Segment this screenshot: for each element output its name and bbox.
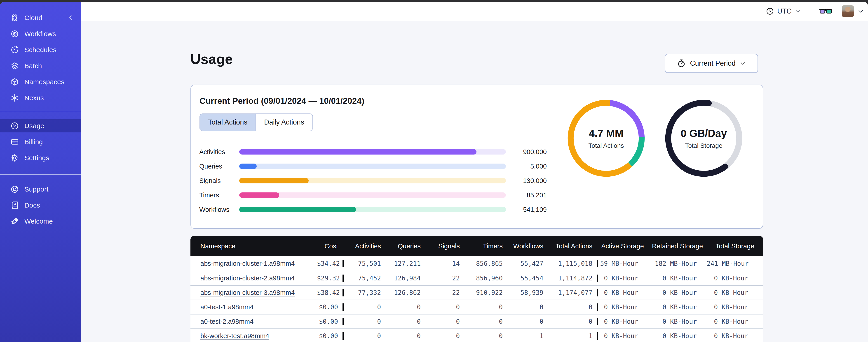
sidebar-divider (0, 174, 81, 175)
table-cell: 910,922 (464, 289, 507, 297)
sidebar-item-label: Schedules (24, 46, 57, 54)
main-area: UTC Usage Current Period (81, 2, 868, 342)
feedback-glasses-icon[interactable] (819, 6, 832, 16)
bar-row-activities: Activities 900,000 (191, 145, 552, 159)
sidebar-item-schedules[interactable]: Schedules (0, 43, 81, 57)
table-cell: 1,114,872 (548, 275, 597, 282)
usage-card: Current Period (09/01/2024 — 10/01/2024)… (190, 84, 763, 229)
namespace-link[interactable]: a0-test-1.a98mm4 (200, 303, 253, 311)
tab-daily-actions[interactable]: Daily Actions (256, 114, 312, 131)
sidebar-item-support[interactable]: Support (0, 183, 81, 196)
sidebar-item-label: Usage (24, 122, 44, 130)
namespace-usage-table: Namespace Cost Activities Queries Signal… (190, 236, 763, 342)
table-cell: $0.00 (317, 303, 342, 311)
table-cell: 0 (507, 318, 548, 325)
sidebar-item-label: Support (24, 185, 48, 193)
table-cell: 0 (425, 303, 464, 311)
namespace-link[interactable]: abs-migration-cluster-1.a98mm4 (200, 260, 294, 267)
column-header-cost: Cost (317, 242, 342, 250)
sidebar-item-docs[interactable]: Docs (0, 199, 81, 212)
bar-row-workflows: Workflows 541,109 (191, 202, 552, 217)
table-cell: $34.42 (317, 260, 342, 267)
table-cell: 0 KB-Hour (707, 289, 763, 297)
sidebar-item-usage[interactable]: Usage (0, 119, 81, 132)
table-row: bk-worker-test.a98mm4$0.000000110 KB-Hou… (190, 329, 763, 342)
nexus-icon (10, 94, 19, 102)
table-cell: 0 (342, 332, 385, 340)
table-cell: 0 KB-Hour (648, 275, 707, 282)
user-avatar[interactable] (842, 5, 854, 18)
table-cell: 0 KB-Hour (707, 332, 763, 340)
period-button-label: Current Period (690, 59, 736, 67)
total-actions-donut: 4.7 MM Total Actions (565, 97, 647, 179)
column-header-queries: Queries (385, 242, 425, 250)
table-cell: 58,939 (507, 289, 548, 297)
donut-value: 0 GB/Day (681, 127, 727, 139)
table-cell: 0 (342, 303, 385, 311)
sidebar-collapse-icon[interactable] (67, 14, 74, 21)
bar-fill (239, 164, 257, 169)
total-storage-donut: 0 GB/Day Total Storage (663, 97, 745, 179)
sidebar-brand-cloud[interactable]: Cloud (0, 11, 81, 24)
table-cell: 0 (464, 318, 507, 325)
column-header-activities: Activities (342, 242, 385, 250)
bar-label: Activities (199, 148, 225, 156)
settings-gear-icon (10, 153, 19, 162)
bar-value: 5,000 (510, 163, 547, 170)
table-cell: 126,984 (385, 275, 425, 282)
column-header-active-storage: Active Storage (597, 242, 648, 250)
namespaces-icon (10, 78, 19, 86)
column-header-retained-storage: Retained Storage (648, 242, 707, 250)
sidebar: Cloud Workflows Schedules (0, 2, 81, 342)
sidebar-item-label: Workflows (24, 30, 56, 38)
table-cell: 856,865 (464, 260, 507, 267)
sidebar-item-label: Billing (24, 138, 43, 146)
donut-sublabel: Total Actions (588, 142, 624, 149)
table-cell: 0 KB-Hour (597, 318, 648, 325)
namespace-link[interactable]: abs-migration-cluster-2.a98mm4 (200, 275, 294, 282)
actions-bar-chart: Activities 900,000 Queries 5,000 Signals… (191, 145, 552, 217)
period-dropdown-button[interactable]: Current Period (665, 54, 758, 73)
table-cell: 0 (548, 318, 597, 325)
table-cell: 0 KB-Hour (648, 318, 707, 325)
tab-total-actions[interactable]: Total Actions (200, 114, 256, 131)
sidebar-item-welcome[interactable]: Welcome (0, 215, 81, 228)
sidebar-item-workflows[interactable]: Workflows (0, 27, 81, 40)
table-cell: 856,960 (464, 275, 507, 282)
column-header-total-storage: Total Storage (707, 242, 763, 250)
table-cell: 22 (425, 275, 464, 282)
bar-track (239, 178, 506, 183)
table-cell: 0 (425, 318, 464, 325)
table-cell: $0.00 (317, 318, 342, 325)
support-lifebuoy-icon (10, 185, 19, 194)
table-cell: 1 (548, 332, 597, 340)
namespace-link[interactable]: bk-worker-test.a98mm4 (200, 332, 269, 340)
table-body: abs-migration-cluster-1.a98mm4$34.4275,5… (190, 256, 763, 342)
sidebar-item-namespaces[interactable]: Namespaces (0, 75, 81, 89)
namespace-link[interactable]: a0-test-2.a98mm4 (200, 318, 253, 325)
bar-value: 541,109 (510, 206, 547, 213)
namespace-link[interactable]: abs-migration-cluster-3.a98mm4 (200, 289, 294, 296)
sidebar-item-batch[interactable]: Batch (0, 59, 81, 72)
table-cell: 241 MB-Hour (707, 260, 763, 267)
timezone-selector[interactable]: UTC (766, 7, 801, 15)
sidebar-item-label: Settings (24, 154, 49, 162)
table-cell: 59 MB-Hour (597, 260, 648, 267)
sidebar-item-settings[interactable]: Settings (0, 151, 81, 165)
bar-track (239, 207, 506, 212)
table-cell: 0 KB-Hour (597, 303, 648, 311)
stopwatch-icon (677, 59, 686, 68)
usage-card-title: Current Period (09/01/2024 — 10/01/2024) (199, 96, 364, 106)
table-cell: 0 (464, 332, 507, 340)
sidebar-item-billing[interactable]: Billing (0, 135, 81, 148)
table-cell: 1,115,018 (548, 260, 597, 267)
bar-fill (239, 193, 279, 198)
table-cell: 0 (464, 303, 507, 311)
table-cell: 22 (425, 289, 464, 297)
table-cell: 0 KB-Hour (707, 318, 763, 325)
sidebar-item-nexus[interactable]: Nexus (0, 91, 81, 104)
table-cell: 1 (507, 332, 548, 340)
account-menu-chevron-icon[interactable] (858, 8, 864, 14)
table-cell: 0 (385, 303, 425, 311)
table-cell: 0 (385, 332, 425, 340)
